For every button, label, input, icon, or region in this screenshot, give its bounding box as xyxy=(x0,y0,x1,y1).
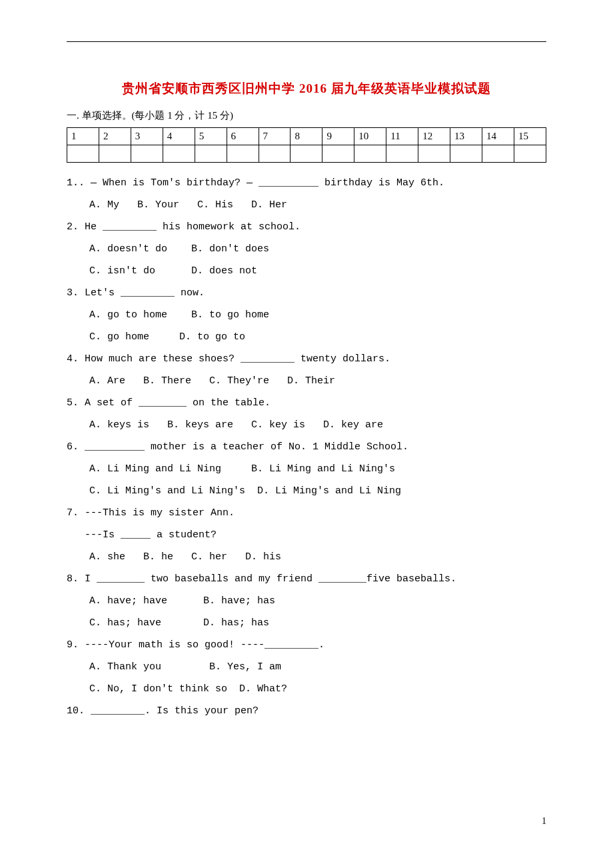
question-8-stem: 8. I ________ two baseballs and my frien… xyxy=(67,568,546,590)
question-8-options-cd: C. has; have D. has; has xyxy=(67,612,546,634)
question-2-options-cd: C. isn't do D. does not xyxy=(67,260,546,282)
question-7-stem-b: ---Is _____ a student? xyxy=(67,524,546,546)
grid-answer-cell[interactable] xyxy=(259,145,291,163)
grid-header-cell: 10 xyxy=(354,128,386,145)
grid-answer-row xyxy=(67,145,546,163)
grid-answer-cell[interactable] xyxy=(386,145,418,163)
question-4-stem: 4. How much are these shoes? _________ t… xyxy=(67,348,546,370)
grid-header-cell: 4 xyxy=(163,128,195,145)
exam-page: 贵州省安顺市西秀区旧州中学 2016 届九年级英语毕业模拟试题 一. 单项选择。… xyxy=(0,0,613,840)
grid-header-cell: 9 xyxy=(322,128,354,145)
grid-answer-cell[interactable] xyxy=(418,145,450,163)
grid-answer-cell[interactable] xyxy=(67,145,99,163)
question-9-stem: 9. ----Your math is so good! ----_______… xyxy=(67,634,546,656)
grid-answer-cell[interactable] xyxy=(227,145,259,163)
question-3-stem: 3. Let's _________ now. xyxy=(67,282,546,304)
grid-answer-cell[interactable] xyxy=(291,145,322,163)
question-6-options-cd: C. Li Ming's and Li Ning's D. Li Ming's … xyxy=(67,480,546,502)
grid-header-cell: 15 xyxy=(514,128,546,145)
question-7-options: A. she B. he C. her D. his xyxy=(67,546,546,568)
grid-answer-cell[interactable] xyxy=(450,145,482,163)
question-9-options-cd: C. No, I don't think so D. What? xyxy=(67,678,546,700)
grid-answer-cell[interactable] xyxy=(354,145,386,163)
question-5-stem: 5. A set of ________ on the table. xyxy=(67,392,546,414)
grid-answer-cell[interactable] xyxy=(482,145,514,163)
question-5-options: A. keys is B. keys are C. key is D. key … xyxy=(67,414,546,436)
grid-header-cell: 5 xyxy=(195,128,227,145)
question-2-options-ab: A. doesn't do B. don't does xyxy=(67,238,546,260)
grid-header-cell: 12 xyxy=(418,128,450,145)
question-4-options: A. Are B. There C. They're D. Their xyxy=(67,370,546,392)
grid-header-cell: 1 xyxy=(67,128,99,145)
question-6-stem: 6. __________ mother is a teacher of No.… xyxy=(67,436,546,458)
grid-header-cell: 14 xyxy=(482,128,514,145)
question-8-options-ab: A. have; have B. have; has xyxy=(67,590,546,612)
grid-header-cell: 8 xyxy=(291,128,322,145)
grid-header-cell: 11 xyxy=(386,128,418,145)
question-10-stem: 10. _________. Is this your pen? xyxy=(67,700,546,722)
question-1-stem: 1.. — When is Tom's birthday? — ________… xyxy=(67,172,546,194)
question-3-options-ab: A. go to home B. to go home xyxy=(67,304,546,326)
question-1-options: A. My B. Your C. His D. Her xyxy=(67,194,546,216)
question-6-options-ab: A. Li Ming and Li Ning B. Li Ming and Li… xyxy=(67,458,546,480)
grid-answer-cell[interactable] xyxy=(163,145,195,163)
page-number: 1 xyxy=(542,816,546,827)
grid-header-cell: 2 xyxy=(99,128,131,145)
grid-header-cell: 7 xyxy=(259,128,291,145)
question-2-stem: 2. He _________ his homework at school. xyxy=(67,216,546,238)
question-3-options-cd: C. go home D. to go to xyxy=(67,326,546,348)
grid-header-row: 1 2 3 4 5 6 7 8 9 10 11 12 13 14 15 xyxy=(67,128,546,145)
grid-answer-cell[interactable] xyxy=(322,145,354,163)
exam-title: 贵州省安顺市西秀区旧州中学 2016 届九年级英语毕业模拟试题 xyxy=(67,80,546,97)
top-rule xyxy=(67,41,546,42)
answer-grid: 1 2 3 4 5 6 7 8 9 10 11 12 13 14 15 xyxy=(67,127,546,163)
grid-answer-cell[interactable] xyxy=(99,145,131,163)
grid-answer-cell[interactable] xyxy=(514,145,546,163)
section-1-heading: 一. 单项选择。(每小题 1 分，计 15 分) xyxy=(67,109,546,122)
question-9-options-ab: A. Thank you B. Yes, I am xyxy=(67,656,546,678)
grid-header-cell: 6 xyxy=(227,128,259,145)
question-7-stem-a: 7. ---This is my sister Ann. xyxy=(67,502,546,524)
grid-answer-cell[interactable] xyxy=(195,145,227,163)
grid-header-cell: 13 xyxy=(450,128,482,145)
grid-header-cell: 3 xyxy=(131,128,163,145)
grid-answer-cell[interactable] xyxy=(131,145,163,163)
